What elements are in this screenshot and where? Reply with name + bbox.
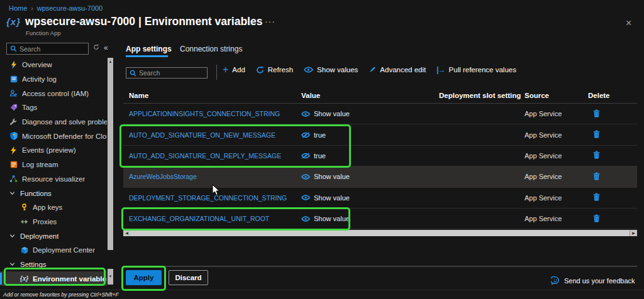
delete-trash-icon[interactable]	[588, 151, 600, 159]
apply-button[interactable]: Apply	[126, 270, 162, 285]
page-subtitle: Function App	[26, 30, 60, 36]
add-label: Add	[232, 66, 245, 73]
active-tab-underline	[126, 55, 168, 57]
breadcrumb-home-link[interactable]: Home	[9, 4, 27, 12]
table-row: APPLICATIONINSIGHTS_CONNECTION_STRING Sh…	[123, 104, 637, 124]
sidebar-item-diagnose[interactable]: Diagnose and solve problems	[0, 115, 107, 129]
sidebar-item-label: App keys	[33, 204, 62, 211]
sidebar-scrollbar-up[interactable]: ▲	[108, 58, 113, 66]
tab-app-settings[interactable]: App settings	[126, 45, 172, 53]
scroll-right-arrow[interactable]: ▶	[630, 230, 637, 236]
column-header-value[interactable]: Value	[301, 92, 439, 99]
setting-name-link[interactable]: EXCHANGE_ORGANIZATIONAL_UNIT_ROOT	[129, 215, 269, 222]
delete-trash-icon[interactable]	[588, 109, 600, 117]
sidebar-section-settings[interactable]: Settings	[0, 258, 107, 272]
delete-trash-icon[interactable]	[588, 130, 600, 138]
column-header-slot[interactable]: Deployment slot setting	[439, 92, 525, 99]
pull-reference-icon: |→	[436, 65, 445, 74]
advanced-edit-button[interactable]: Advanced edit	[369, 66, 426, 73]
show-value-button[interactable]: Show value	[301, 215, 439, 222]
feedback-smiley-icon	[551, 276, 560, 285]
command-bar: + Add Refresh Show values Advanced edit …	[223, 65, 516, 74]
table-row: AzureWebJobsStorage Show value App Servi…	[123, 166, 637, 187]
scrollbar-thumb[interactable]	[130, 230, 630, 236]
sidebar-item-label: Activity log	[22, 75, 57, 83]
more-options-icon[interactable]: ···	[265, 16, 275, 26]
refresh-label: Refresh	[268, 66, 293, 73]
sidebar-item-label: Diagnose and solve problems	[22, 118, 107, 126]
scroll-left-arrow[interactable]: ◀	[123, 230, 130, 236]
show-values-button[interactable]: Show values	[304, 66, 358, 73]
advanced-edit-label: Advanced edit	[380, 66, 426, 73]
delete-trash-icon[interactable]	[588, 193, 600, 201]
table-search-input[interactable]	[139, 69, 204, 77]
sidebar-item-label: Environment variables	[33, 275, 107, 283]
setting-name-link[interactable]: AzureWebJobsStorage	[129, 173, 197, 180]
delete-trash-icon[interactable]	[588, 214, 600, 222]
setting-name-link[interactable]: APPLICATIONINSIGHTS_CONNECTION_STRING	[129, 110, 280, 117]
tab-connection-strings[interactable]: Connection strings	[180, 45, 242, 53]
favorite-star-icon[interactable]: ☆	[248, 17, 257, 27]
sidebar-item-defender[interactable]: Microsoft Defender for Cloud	[0, 129, 107, 143]
eye-icon	[304, 67, 313, 73]
sidebar-refresh-icon[interactable]	[93, 44, 99, 52]
show-value-button[interactable]: Show value	[301, 173, 439, 180]
close-blade-icon[interactable]: ×	[626, 18, 631, 29]
favorites-hint: Add or remove favorites by pressing Ctrl…	[3, 291, 119, 298]
search-icon	[130, 70, 136, 77]
refresh-icon	[256, 66, 264, 74]
breadcrumb-resource-link[interactable]: wpsecure-awsu-7000	[37, 4, 103, 12]
discard-button[interactable]: Discard	[169, 270, 208, 285]
sidebar-scrollbar-down[interactable]: ▼	[108, 269, 113, 285]
eye-icon	[301, 195, 310, 200]
sidebar-item-label: Overview	[22, 61, 52, 68]
hide-value-button[interactable]: true	[301, 131, 439, 139]
refresh-button[interactable]: Refresh	[256, 66, 293, 74]
chevron-down-icon	[8, 259, 17, 269]
source-cell: App Service	[525, 131, 588, 139]
eye-slash-icon	[301, 153, 310, 159]
sidebar-item-environment-variables[interactable]: {x} Environment variables	[0, 271, 107, 286]
column-header-name[interactable]: Name	[123, 92, 301, 99]
table-row: AUTO_ADD_SIGNATURE_ON_NEW_MESSAGE true A…	[123, 124, 637, 145]
show-value-button[interactable]: Show value	[301, 110, 439, 117]
show-value-button[interactable]: Show value	[301, 194, 439, 202]
pull-reference-values-button[interactable]: |→ Pull reference values	[436, 65, 516, 74]
sidebar-section-deployment[interactable]: Deployment	[0, 229, 107, 243]
sidebar-item-activity-log[interactable]: Activity log	[0, 72, 107, 87]
feedback-link[interactable]: Send us your feedback	[551, 276, 635, 285]
sidebar-item-events[interactable]: Events (preview)	[0, 143, 107, 158]
setting-name-link[interactable]: AUTO_ADD_SIGNATURE_ON_NEW_MESSAGE	[129, 131, 275, 139]
column-header-source[interactable]: Source	[525, 92, 588, 99]
sidebar-item-label: Microsoft Defender for Cloud	[22, 133, 107, 140]
sidebar-collapse-icon[interactable]: «	[104, 43, 108, 52]
sidebar-scrollbar-thumb[interactable]	[108, 66, 113, 250]
sidebar-item-tags[interactable]: Tags	[0, 101, 107, 115]
visualizer-icon	[9, 174, 18, 183]
source-cell: App Service	[525, 194, 588, 202]
bottom-divider	[123, 266, 637, 267]
column-header-delete: Delete	[588, 92, 637, 99]
sidebar-item-proxies[interactable]: Proxies	[0, 215, 107, 229]
setting-name-link[interactable]: AUTO_ADD_SIGNATURE_ON_REPLY_MESSAGE	[129, 152, 281, 160]
value-label: Show value	[314, 110, 350, 117]
sidebar-search-input[interactable]	[19, 45, 85, 53]
setting-name-link[interactable]: DEPLOYMENT_STORAGE_CONNECTION_STRING	[129, 194, 287, 202]
sidebar-item-app-keys[interactable]: App keys	[0, 200, 107, 215]
function-app-icon: {x}	[6, 16, 23, 30]
sidebar-item-access-control[interactable]: Access control (IAM)	[0, 86, 107, 101]
sidebar-item-overview[interactable]: Overview	[0, 58, 107, 72]
sidebar-menu: Overview Activity log Access control (IA…	[0, 58, 107, 286]
source-cell: App Service	[525, 173, 588, 180]
sidebar-item-resource-visualizer[interactable]: Resource visualizer	[0, 172, 107, 187]
person-key-icon	[9, 89, 18, 98]
sidebar-item-log-stream[interactable]: Log stream	[0, 158, 107, 172]
sidebar-item-deployment-center[interactable]: Deployment Center	[0, 243, 107, 258]
sidebar-section-functions[interactable]: Functions	[0, 186, 107, 200]
add-button[interactable]: + Add	[223, 66, 245, 73]
delete-trash-icon[interactable]	[588, 172, 600, 180]
hide-value-button[interactable]: true	[301, 152, 439, 160]
sidebar-section-label: Deployment	[20, 232, 58, 240]
pull-reference-label: Pull reference values	[449, 66, 516, 73]
pencil-icon	[369, 66, 376, 73]
